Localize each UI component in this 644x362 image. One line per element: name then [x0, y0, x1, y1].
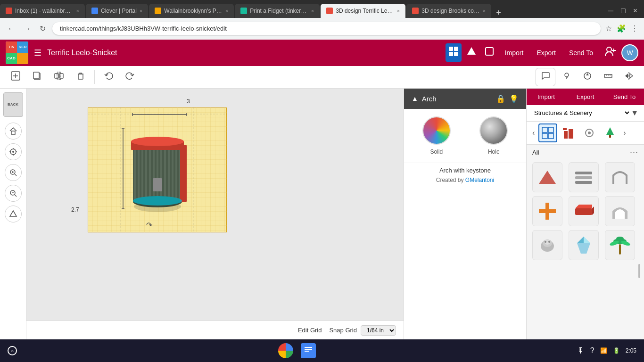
send-to-button[interactable]: Send To	[563, 46, 599, 59]
tab-close-brooks[interactable]: ×	[483, 8, 486, 14]
copy-button[interactable]	[27, 68, 47, 86]
tab-label-fidget: Print a Fidget (tinkercad...	[250, 8, 308, 14]
shape-item-red-plane[interactable]	[532, 162, 562, 192]
delete-button[interactable]	[71, 68, 91, 86]
tab-close-clever[interactable]: ×	[140, 8, 142, 14]
tab-terrific-leelo[interactable]: 3D design Terrific Leelo-S... ×	[321, 4, 405, 18]
shape-item-arch-frame[interactable]	[605, 162, 635, 192]
shape-item-palm-tree[interactable]	[605, 230, 635, 260]
solid-ball	[422, 116, 451, 145]
extensions-button[interactable]: 🧩	[617, 24, 626, 33]
help-button[interactable]: ?	[590, 346, 594, 355]
edit-grid-button[interactable]: Edit Grid	[298, 327, 322, 334]
shape-item-lion[interactable]	[532, 230, 562, 260]
tab-clever[interactable]: Clever | Portal ×	[86, 4, 148, 18]
viewport[interactable]: 3 2.7	[26, 89, 404, 339]
import-action-button[interactable]: Import	[527, 89, 566, 105]
add-user-button[interactable]	[601, 42, 619, 63]
tab-brooks[interactable]: 3D design Brooks conte... ×	[406, 4, 491, 18]
zoom-out-button[interactable]	[5, 185, 22, 202]
shape-item-crystal[interactable]	[569, 230, 599, 260]
svg-rect-60	[153, 178, 162, 191]
undo-button[interactable]	[99, 68, 118, 86]
mirror-button[interactable]	[619, 68, 638, 86]
svg-point-62	[133, 196, 182, 206]
tab-gmail[interactable]: Inbox (1) - wallainbrook... ×	[0, 4, 85, 18]
hole-type[interactable]: Hole	[479, 116, 508, 155]
tab-fidget[interactable]: Print a Fidget (tinkercad... ×	[235, 4, 320, 18]
tab-gear-icon[interactable]	[580, 123, 599, 142]
tab-projects[interactable]: Wallainbrooklynn's Proj... ×	[149, 4, 234, 18]
export-action-button[interactable]: Export	[566, 89, 605, 105]
import-button[interactable]: Import	[499, 46, 529, 59]
tab-grid-icon[interactable]	[538, 123, 557, 142]
tinkercad-logo[interactable]: TIN KER CAD	[6, 41, 28, 64]
shape-item-red-box[interactable]	[569, 196, 599, 226]
address-input[interactable]	[52, 22, 601, 35]
shape-item-orange-cross[interactable]	[532, 196, 562, 226]
shape-item-stone-arch[interactable]	[605, 196, 635, 226]
fit-all-button[interactable]	[5, 206, 22, 222]
home-view-button[interactable]	[5, 123, 22, 140]
grid-view-button[interactable]	[446, 43, 462, 62]
measurement-side: 2.7	[71, 206, 79, 213]
tab-building-icon[interactable]	[559, 123, 578, 142]
logo-cell-i: KER	[17, 41, 28, 53]
reload-button[interactable]: ↻	[38, 22, 48, 35]
tab-close-fidget[interactable]: ×	[311, 8, 314, 14]
forward-button[interactable]: →	[22, 23, 33, 35]
shape-lock-button[interactable]: 🔒	[496, 94, 505, 103]
tab-close-gmail[interactable]: ×	[76, 8, 79, 14]
solid-type[interactable]: Solid	[422, 116, 451, 155]
start-button[interactable]: ○	[8, 346, 17, 355]
taskbar-center	[278, 343, 316, 358]
bookmark-button[interactable]: ☆	[605, 24, 612, 33]
tab-favicon-projects	[155, 8, 161, 14]
group-button[interactable]	[49, 68, 69, 86]
box-view-button[interactable]	[481, 43, 497, 62]
restore-button[interactable]: □	[618, 6, 628, 16]
perspective-view-button[interactable]	[463, 43, 479, 62]
back-cube-button[interactable]: BACK	[3, 92, 23, 117]
comment-button[interactable]	[536, 68, 555, 86]
snap-grid-label: Snap Grid	[329, 327, 357, 334]
shapes-button[interactable]	[578, 68, 597, 86]
tabs-left-arrow[interactable]: ‹	[530, 127, 537, 139]
tab-label-clever: Clever | Portal	[101, 8, 137, 14]
svg-rect-13	[33, 72, 39, 79]
svg-point-6	[607, 47, 611, 52]
zoom-in-button[interactable]	[5, 164, 22, 181]
menu-button[interactable]: ⋮	[631, 24, 638, 33]
svg-point-90	[548, 241, 550, 243]
tab-tree-icon[interactable]	[601, 123, 619, 142]
chrome-icon[interactable]	[278, 343, 293, 358]
tabs-right-arrow[interactable]: ›	[621, 127, 627, 139]
user-avatar[interactable]: W	[621, 44, 638, 61]
menu-icon[interactable]: ☰	[32, 46, 43, 60]
ruler-button[interactable]	[599, 68, 618, 86]
shape-name: Arch with keystone	[404, 163, 526, 176]
docs-icon[interactable]	[301, 343, 316, 358]
redo-button[interactable]	[120, 68, 140, 86]
category-select[interactable]: Structures & Scenery	[532, 109, 631, 117]
new-shape-button[interactable]	[6, 68, 25, 86]
back-button[interactable]: ←	[6, 23, 17, 35]
shape-collapse-button[interactable]: ▲	[412, 95, 418, 102]
new-tab-button[interactable]: +	[492, 8, 505, 18]
tab-close-terrific[interactable]: ×	[397, 8, 400, 14]
back-label: BACK	[8, 102, 18, 107]
mic-button[interactable]: 🎙	[577, 346, 585, 355]
send-to-action-button[interactable]: Send To	[605, 89, 644, 105]
focus-button[interactable]	[5, 143, 22, 160]
minimize-button[interactable]: ─	[605, 6, 616, 16]
creator-link[interactable]: GMelantoni	[465, 177, 494, 183]
close-button[interactable]: ×	[630, 6, 640, 16]
more-button[interactable]: ···	[630, 148, 638, 157]
shape-item-metal-bars[interactable]	[569, 162, 599, 192]
lightbulb-button[interactable]	[557, 68, 576, 86]
export-button[interactable]: Export	[531, 46, 561, 59]
snap-grid-select[interactable]: 1/64 in	[361, 325, 396, 336]
tab-close-projects[interactable]: ×	[225, 8, 228, 14]
shape-light-button[interactable]: 💡	[509, 94, 519, 103]
svg-point-59	[131, 137, 184, 146]
